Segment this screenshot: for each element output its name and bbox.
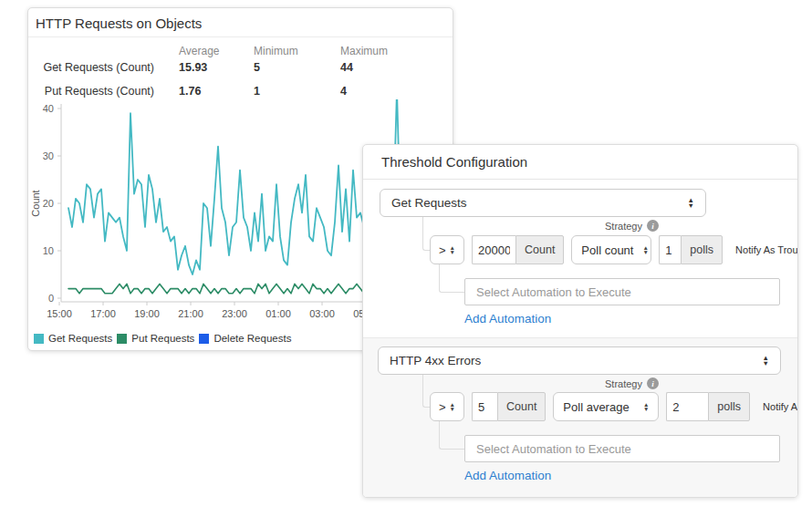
svg-text:Count: Count	[30, 190, 41, 216]
metric-select-value: Get Requests	[391, 196, 467, 210]
threshold-section-get-requests: Get Requests ▲▼ Strategy i > ▲▼ Count Po…	[363, 180, 797, 337]
threshold-value-group: Count	[472, 392, 546, 421]
poll-strategy-value: Poll average	[563, 400, 629, 414]
poll-strategy-select[interactable]: Poll average ▲▼	[553, 392, 659, 421]
polls-addon: polls	[708, 392, 750, 421]
legend-item-delete-requests[interactable]: Delete Requests	[199, 333, 291, 344]
stats-value-minimum: 5	[254, 61, 260, 74]
select-arrows-icon: ▲▼	[642, 245, 648, 254]
strategy-label: Strategy	[605, 378, 642, 389]
threshold-configuration-panel: Threshold Configuration Get Requests ▲▼ …	[362, 144, 798, 498]
stats-row-label: Get Requests (Count)	[28, 61, 154, 74]
svg-text:23:00: 23:00	[222, 308, 247, 319]
stats-value-maximum: 44	[340, 61, 353, 74]
svg-text:40: 40	[43, 103, 54, 114]
svg-text:19:00: 19:00	[134, 308, 160, 319]
metric-select-value: HTTP 4xx Errors	[390, 354, 481, 367]
legend-label: Put Requests	[131, 333, 194, 344]
select-arrows-icon: ▲▼	[763, 356, 769, 367]
svg-text:0: 0	[48, 293, 54, 304]
legend-item-put-requests[interactable]: Put Requests	[117, 333, 194, 344]
panel-title: HTTP Requests on Objects	[28, 8, 453, 37]
poll-strategy-value: Poll count	[581, 243, 633, 257]
svg-text:20: 20	[43, 198, 54, 209]
metric-select[interactable]: HTTP 4xx Errors ▲▼	[378, 346, 781, 375]
metric-select[interactable]: Get Requests ▲▼	[380, 189, 706, 217]
select-arrows-icon: ▲▼	[450, 245, 455, 254]
add-automation-link[interactable]: Add Automation	[464, 312, 551, 326]
stats-row-label: Put Requests (Count)	[28, 85, 154, 98]
stats-value-average: 15.93	[179, 61, 207, 74]
info-icon[interactable]: i	[647, 377, 659, 389]
strategy-label-row: Strategy i	[605, 220, 659, 232]
tree-connector	[439, 264, 465, 293]
svg-text:21:00: 21:00	[178, 308, 203, 319]
comparator-value: >	[439, 400, 446, 414]
stats-table: Average Minimum Maximum Get Requests (Co…	[28, 38, 453, 97]
svg-text:15:00: 15:00	[47, 308, 72, 319]
svg-text:01:00: 01:00	[265, 308, 291, 319]
unit-addon: Count	[497, 392, 546, 421]
tree-connector	[439, 421, 465, 450]
legend-label: Delete Requests	[213, 333, 291, 344]
condition-row: > ▲▼ Count Poll average ▲▼ polls Notify …	[430, 392, 798, 421]
select-arrows-icon: ▲▼	[450, 402, 455, 411]
strategy-label-row: Strategy i	[605, 377, 659, 389]
polls-group: polls	[666, 392, 750, 421]
polls-group: polls	[659, 235, 723, 264]
automation-select-input[interactable]	[464, 435, 780, 462]
notify-as-trouble-label: Notify As Trouble	[735, 244, 798, 255]
notify-as-trouble-label: Notify As Trouble	[763, 401, 798, 412]
unit-addon: Count	[515, 235, 564, 264]
comparator-select[interactable]: > ▲▼	[430, 235, 464, 264]
polls-count-input[interactable]	[666, 392, 708, 421]
svg-text:17:00: 17:00	[90, 308, 116, 319]
comparator-value: >	[439, 243, 446, 257]
polls-addon: polls	[681, 235, 723, 264]
poll-strategy-select[interactable]: Poll count ▲▼	[571, 235, 651, 264]
strategy-label: Strategy	[605, 221, 642, 232]
stats-header-maximum: Maximum	[340, 45, 388, 57]
legend-label: Get Requests	[48, 333, 112, 344]
chart-legend: Get Requests Put Requests Delete Request…	[34, 333, 296, 344]
stats-value-maximum: 4	[340, 85, 347, 98]
stats-header-minimum: Minimum	[254, 45, 298, 57]
threshold-section-http-4xx-errors: HTTP 4xx Errors ▲▼ Strategy i > ▲▼ Count…	[363, 337, 797, 498]
threshold-value-input[interactable]	[472, 235, 515, 264]
automation-select-input[interactable]	[464, 278, 780, 305]
stats-value-minimum: 1	[254, 85, 260, 98]
comparator-select[interactable]: > ▲▼	[430, 392, 464, 421]
legend-swatch-icon	[117, 334, 127, 344]
svg-text:30: 30	[43, 150, 54, 161]
svg-text:03:00: 03:00	[309, 308, 335, 319]
stats-header-average: Average	[179, 45, 219, 57]
legend-swatch-icon	[199, 334, 209, 344]
select-arrows-icon: ▲▼	[643, 402, 649, 411]
stats-value-average: 1.76	[179, 85, 201, 98]
condition-row: > ▲▼ Count Poll count ▲▼ polls Notify As…	[430, 235, 798, 264]
svg-text:10: 10	[43, 245, 54, 256]
threshold-value-input[interactable]	[472, 392, 497, 421]
add-automation-link[interactable]: Add Automation	[464, 469, 551, 482]
legend-swatch-icon	[34, 334, 44, 344]
select-arrows-icon: ▲▼	[688, 198, 694, 209]
polls-count-input[interactable]	[659, 235, 681, 264]
legend-item-get-requests[interactable]: Get Requests	[34, 333, 112, 344]
threshold-panel-title: Threshold Configuration	[363, 145, 797, 180]
info-icon[interactable]: i	[647, 220, 659, 232]
threshold-value-group: Count	[472, 235, 564, 264]
